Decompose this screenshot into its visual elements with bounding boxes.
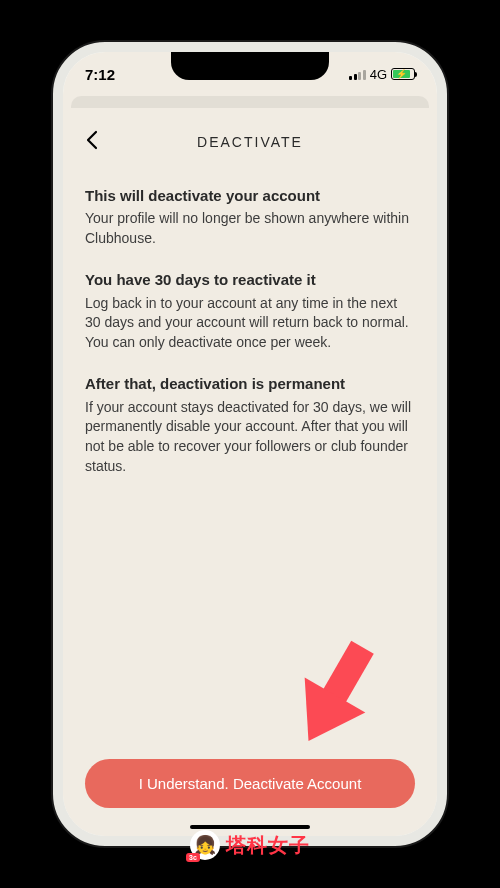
signal-icon [349,69,366,80]
home-indicator[interactable] [190,825,310,829]
info-section: You have 30 days to reactivate it Log ba… [85,270,415,352]
info-section: This will deactivate your account Your p… [85,186,415,248]
status-right: 4G ⚡ [349,67,415,82]
section-body: Log back in to your account at any time … [85,294,415,353]
chevron-left-icon [85,130,99,150]
network-label: 4G [370,67,387,82]
watermark-badge: 3c [186,853,200,862]
section-body: If your account stays deactivated for 30… [85,398,415,476]
section-heading: After that, deactivation is permanent [85,374,415,394]
section-heading: This will deactivate your account [85,186,415,206]
section-heading: You have 30 days to reactivate it [85,270,415,290]
watermark-avatar: 👧 3c [190,830,220,860]
info-section: After that, deactivation is permanent If… [85,374,415,476]
page-header: DEACTIVATE [85,126,415,158]
watermark-text: 塔科女子 [226,832,310,859]
phone-notch [171,52,329,80]
status-time: 7:12 [85,66,115,83]
back-button[interactable] [85,130,99,154]
page-title: DEACTIVATE [85,134,415,150]
watermark: 👧 3c 塔科女子 [190,830,310,860]
annotation-arrow [280,630,390,764]
section-body: Your profile will no longer be shown any… [85,209,415,248]
arrow-icon [280,630,390,760]
sheet-handle [63,100,437,108]
battery-icon: ⚡ [391,68,415,80]
deactivate-button[interactable]: I Understand. Deactivate Account [85,759,415,808]
